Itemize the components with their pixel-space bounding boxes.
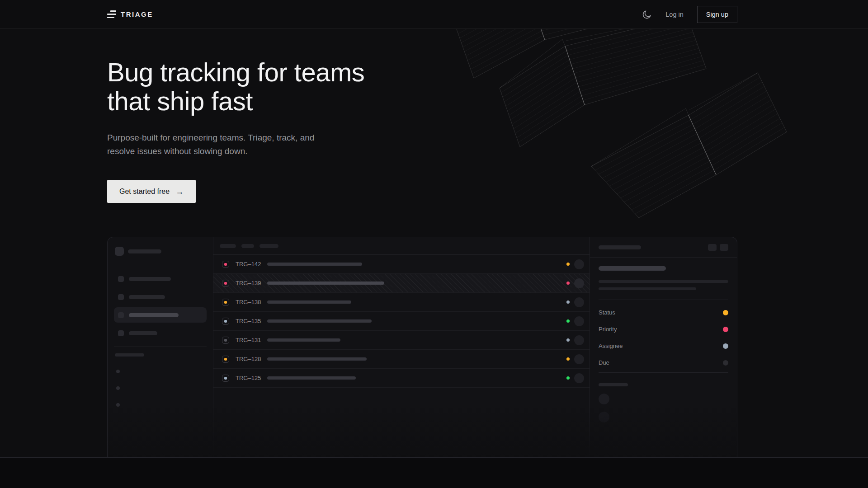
issue-assignee-avatar [574,373,584,383]
issue-detail-panel: Status Priority Assignee Due [590,237,737,457]
issue-type-icon [222,375,229,382]
sidebar-item-skeleton [129,331,157,335]
signup-button[interactable]: Sign up [697,6,737,23]
sidebar-item-icon [118,294,124,300]
issue-status-dot [566,319,570,323]
sidebar-section-label-skeleton [115,353,144,357]
workspace-switcher [114,244,207,259]
issue-row[interactable]: TRG–138 [213,293,590,312]
divider [599,372,728,373]
sidebar-item-skeleton [129,313,179,317]
issue-assignee-avatar [574,259,584,269]
panel-action-button[interactable] [708,244,717,251]
sidebar-item-icon [118,276,124,282]
issue-type-icon [222,280,229,287]
issue-assignee-avatar [574,335,584,345]
triage-logo-icon [107,10,116,18]
property-value-dot [723,327,728,332]
sidebar-item [114,271,207,286]
issue-id: TRG–142 [236,261,262,267]
sidebar-bullet [116,403,120,407]
issue-list: TRG–142 TRG–139 TRG–138 TRG–135 TRG–131 … [213,237,590,457]
issue-id: TRG–139 [236,280,262,286]
property-label: Status [599,309,615,316]
issue-type-icon [222,318,229,325]
footer [0,457,868,488]
hero-subtitle: Purpose-built for engineering teams. Tri… [107,131,314,158]
issue-id: TRG–131 [236,337,262,343]
issue-title-skeleton [267,376,356,380]
comment-avatar-skeleton [599,412,609,422]
workspace-name-skeleton [128,249,161,253]
sidebar-item-skeleton [129,295,165,299]
issue-title-skeleton [267,300,351,304]
issue-id: TRG–125 [236,375,262,381]
filter-tab-skeleton [259,244,278,248]
issue-status-dot [566,300,570,304]
issue-type-icon [222,337,229,344]
workspace-avatar [115,247,124,256]
property-row[interactable]: Due [599,354,728,371]
sidebar-item-active [114,307,207,323]
sidebar-item [114,325,207,341]
issue-status-dot [566,376,570,380]
divider [599,300,728,300]
property-row[interactable]: Priority [599,321,728,338]
issue-title-skeleton [267,282,384,285]
divider [114,265,207,265]
issue-id: TRG–128 [236,356,262,362]
issue-title-skeleton [267,263,362,266]
property-label: Assignee [599,343,623,349]
issue-status-dot [566,282,570,285]
sidebar-item-skeleton [129,277,171,281]
sidebar-item-icon [118,312,124,318]
issue-row[interactable]: TRG–128 [213,350,590,369]
comments-label-skeleton [599,383,628,386]
issue-row[interactable]: TRG–125 [213,369,590,388]
hero-section: Bug tracking for teamsthat ship fast Pur… [0,29,868,237]
issue-row[interactable]: TRG–142 [213,255,590,274]
issue-assignee-avatar [574,278,584,288]
issue-status-dot [566,338,570,342]
property-value-dot [723,360,728,366]
property-label: Due [599,359,609,366]
login-link[interactable]: Log in [665,11,684,18]
top-nav: TRIAGE Log in Sign up [0,0,868,29]
issue-assignee-avatar [574,297,584,307]
issue-row[interactable]: TRG–131 [213,331,590,350]
sidebar-bullet [116,386,120,390]
filter-tab-skeleton [220,244,236,248]
cta-label: Get started free [119,188,170,196]
issue-type-icon [222,299,229,306]
preview-sidebar [108,237,213,457]
description-line-skeleton [599,280,728,283]
issue-type-icon [222,356,229,363]
property-value-dot [723,343,728,349]
issue-title-skeleton [599,266,666,271]
property-row[interactable]: Status [599,304,728,321]
issue-id: TRG–135 [236,318,262,324]
sidebar-item-icon [118,330,124,336]
filter-tab-skeleton [241,244,254,248]
panel-title-skeleton [599,245,641,249]
app-preview-window: TRG–142 TRG–139 TRG–138 TRG–135 TRG–131 … [107,237,737,457]
issue-status-dot [566,263,570,266]
sidebar-item [114,289,207,305]
brand[interactable]: TRIAGE [107,10,153,18]
panel-action-button[interactable] [720,244,728,251]
issue-row[interactable]: TRG–135 [213,312,590,331]
issue-assignee-avatar [574,316,584,326]
comment-avatar-skeleton [599,394,609,404]
landing-page: TRIAGE Log in Sign up Bug tracking for t… [0,0,868,488]
issue-list-header [213,237,590,255]
description-line-skeleton [599,287,696,290]
detail-panel-header [590,237,737,258]
moon-icon [642,9,652,19]
issue-title-skeleton [267,357,367,361]
issue-row[interactable]: TRG–139 [213,274,590,293]
property-row[interactable]: Assignee [599,338,728,354]
get-started-button[interactable]: Get started free → [107,180,196,203]
issue-type-icon [222,261,229,268]
theme-toggle-button[interactable] [642,9,652,19]
divider [114,347,207,347]
